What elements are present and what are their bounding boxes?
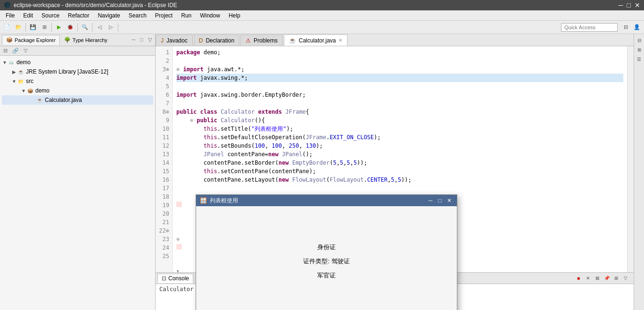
menu-item-edit[interactable]: Edit	[19, 11, 37, 20]
dialog-body: 身份证 证件类型: 驾驶证 军官证	[196, 206, 457, 310]
tab-calculator-label: Calculator.java	[299, 37, 336, 44]
menu-item-project[interactable]: Project	[151, 11, 176, 20]
floating-dialog: 🪟 列表框使用 ─ □ ✕ 身份证 证件类型: 驾驶证 军官证	[196, 194, 457, 310]
console-text: Calculator [	[159, 286, 200, 293]
console-scroll-btn[interactable]: ⊠	[593, 274, 602, 283]
view-menu-btn[interactable]: ▽	[147, 36, 153, 43]
tree-label-src: src	[26, 78, 33, 84]
right-side-btn3[interactable]: ☰	[635, 55, 644, 63]
dialog-app-icon: 🪟	[200, 197, 207, 204]
right-side-btn2[interactable]: ⊞	[635, 45, 644, 54]
stop-btn[interactable]: ■	[574, 274, 583, 283]
menu-item-navigate[interactable]: Navigate	[94, 11, 124, 20]
tree-item-demo-pkg[interactable]: ▼ 📦 demo	[2, 86, 153, 95]
tab-type-hierarchy[interactable]: 🌳 Type Hierarchy	[60, 35, 112, 45]
tree-arrow-pkg[interactable]: ▼	[21, 88, 26, 93]
console-expand-btn[interactable]: ⊞	[612, 274, 620, 283]
package-explorer-icon: 📦	[6, 37, 13, 43]
tab-javadoc-label: Javadoc	[166, 37, 188, 44]
toolbar-debug[interactable]: 🐞	[65, 22, 75, 33]
toolbar-search[interactable]: 🔍	[80, 22, 90, 33]
toolbar-sep2	[51, 23, 52, 32]
title-controls: ─ □ ✕	[619, 1, 640, 9]
toolbar-sep4	[92, 23, 92, 32]
left-panel: 📦 Package Explorer 🌳 Type Hierarchy ─ □ …	[0, 34, 156, 310]
tab-javadoc[interactable]: J Javadoc	[156, 34, 193, 46]
toolbar-save[interactable]: 💾	[28, 22, 38, 33]
project-icon: 🗂	[8, 59, 15, 66]
toolbar-layout[interactable]: ⊟	[620, 22, 631, 33]
tree-item-demo[interactable]: ▼ 🗂 demo	[2, 58, 153, 67]
dialog-minimize-btn[interactable]: ─	[427, 197, 434, 204]
tree-label-calculator: Calculator.java	[45, 97, 82, 103]
menu-item-source[interactable]: Source	[38, 11, 63, 20]
dialog-title: 列表框使用	[210, 197, 238, 205]
minimize-panel-btn[interactable]: ─	[131, 36, 137, 43]
dialog-item-3: 军官证	[317, 271, 336, 280]
dialog-maximize-btn[interactable]: □	[436, 197, 444, 204]
dialog-close-btn[interactable]: ✕	[446, 197, 453, 204]
toolbar-run[interactable]: ▶	[54, 22, 64, 33]
tab-package-explorer[interactable]: 📦 Package Explorer	[2, 35, 60, 45]
java-file-icon: ☕	[36, 96, 43, 104]
title-bar: 🌑 eclipse-workspace - demo/src/demo/Calc…	[0, 0, 644, 10]
tree-item-calculator[interactable]: ☕ Calculator.java	[2, 95, 153, 105]
eclipse-icon: 🌑	[4, 2, 11, 8]
tree-arrow-src[interactable]: ▼	[11, 79, 17, 84]
title-left: 🌑 eclipse-workspace - demo/src/demo/Calc…	[4, 2, 177, 8]
console-toolbar: ■ ✕ ⊠ 📌 ⊞ ▽	[572, 274, 632, 283]
toolbar-sep3	[77, 23, 78, 32]
quick-access-input[interactable]	[561, 23, 618, 32]
panel-tab-actions: ─ □ ▽	[131, 36, 153, 43]
dialog-controls: ─ □ ✕	[427, 197, 453, 204]
close-button[interactable]: ✕	[635, 1, 640, 9]
calculator-java-icon: ☕	[289, 37, 296, 44]
maximize-panel-btn[interactable]: □	[139, 36, 145, 43]
dialog-item-2: 证件类型: 驾驶证	[303, 257, 349, 266]
toolbar: 📄 📁 💾 ⊞ ▶ 🐞 🔍 ◁ ▷ ⊟ 👤	[0, 21, 644, 34]
menu-item-help[interactable]: Help	[225, 11, 244, 20]
menu-item-window[interactable]: Window	[196, 11, 224, 20]
toolbar-new[interactable]: 📄	[2, 22, 12, 33]
console-pin-btn[interactable]: 📌	[603, 274, 611, 283]
menu-item-run[interactable]: Run	[177, 11, 195, 20]
tree-panel: ▼ 🗂 demo ▶ ☕ JRE System Library [JavaSE-…	[0, 56, 155, 310]
menu-item-search[interactable]: Search	[125, 11, 150, 20]
tree-arrow-jre[interactable]: ▶	[11, 69, 17, 75]
console-more-btn[interactable]: ▽	[621, 274, 630, 283]
tree-item-src[interactable]: ▼ 📁 src	[2, 76, 153, 86]
right-side-btn1[interactable]: ⊟	[635, 36, 644, 44]
maximize-button[interactable]: □	[627, 1, 631, 9]
view-menu-btn2[interactable]: ▽	[22, 47, 29, 54]
toolbar-sep1	[25, 23, 26, 32]
tab-problems[interactable]: ⚠ Problems	[240, 34, 283, 46]
toolbar-save-all[interactable]: ⊞	[39, 22, 50, 33]
tab-console[interactable]: ⊡ Console	[157, 274, 193, 283]
link-editor-btn[interactable]: 🔗	[11, 47, 20, 54]
tree-label-demo-pkg: demo	[35, 87, 50, 94]
menu-item-file[interactable]: File	[2, 11, 18, 20]
window-title: eclipse-workspace - demo/src/demo/Calcul…	[14, 2, 177, 8]
tab-declaration[interactable]: D Declaration	[194, 34, 239, 46]
toolbar-open[interactable]: 📁	[13, 22, 24, 33]
console-close-btn[interactable]: ✕	[584, 274, 592, 283]
left-panel-tab-bar: 📦 Package Explorer 🌳 Type Hierarchy ─ □ …	[0, 34, 155, 46]
line-numbers: 1 2 3⊕ 4 5 6 7 8⊕ 9 10 11 12 13 14 15 16…	[156, 46, 173, 272]
toolbar-prev[interactable]: ◁	[94, 22, 105, 33]
menu-item-refactor[interactable]: Refactor	[64, 11, 93, 20]
minimize-button[interactable]: ─	[619, 1, 623, 9]
right-side-bar: ⊟ ⊞ ☰	[634, 34, 644, 310]
dialog-item-1: 身份证	[317, 243, 336, 251]
right-gutter	[627, 46, 634, 272]
tab-calculator-java[interactable]: ☕ Calculator.java ✕	[284, 34, 348, 46]
tree-arrow[interactable]: ▼	[2, 60, 8, 65]
tree-label-jre: JRE System Library [JavaSE-12]	[26, 68, 108, 75]
tab-close-btn[interactable]: ✕	[339, 38, 342, 43]
tree-label-demo: demo	[17, 59, 31, 66]
tree-item-jre[interactable]: ▶ ☕ JRE System Library [JavaSE-12]	[2, 67, 153, 76]
dialog-title-bar[interactable]: 🪟 列表框使用 ─ □ ✕	[196, 195, 457, 206]
tab-declaration-label: Declaration	[206, 37, 234, 44]
collapse-all-btn[interactable]: ⊟	[2, 47, 9, 54]
toolbar-perspective[interactable]: 👤	[632, 22, 642, 33]
toolbar-next[interactable]: ▷	[106, 22, 116, 33]
